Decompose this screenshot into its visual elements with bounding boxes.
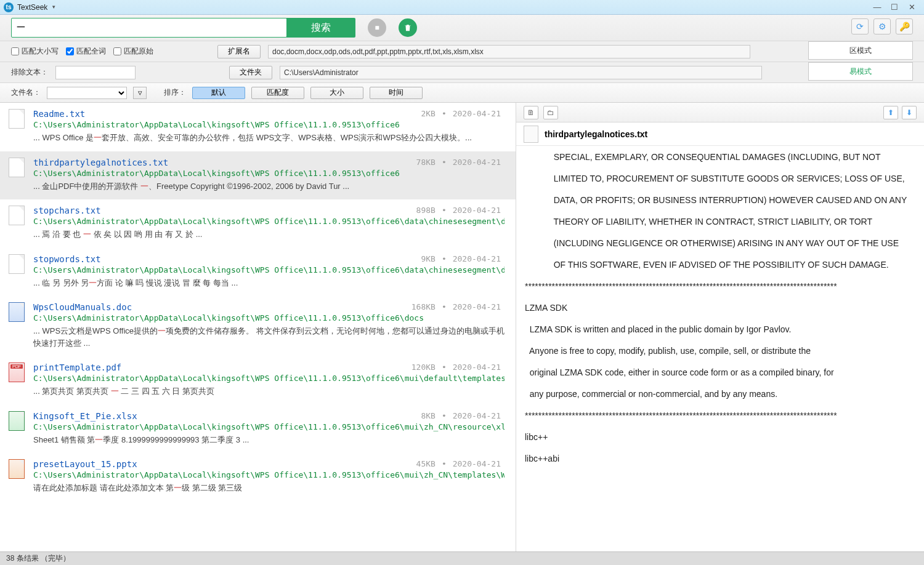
result-size: 2KB <box>421 109 435 118</box>
preview-body[interactable]: SPECIAL, EXEMPLARY, OR CONSEQUENTIAL DAM… <box>516 146 924 565</box>
preview-file-title: thirdpartylegalnotices.txt <box>545 129 647 139</box>
result-meta: 9KB•2020-04-21 <box>421 254 501 263</box>
filename-filter-dropdown[interactable] <box>47 87 127 99</box>
result-filepath: C:\Users\Administrator\AppData\Local\kin… <box>33 470 505 479</box>
result-snippet: ... 临 另 另外 另一方面 论 嘛 吗 慢说 漫说 冒 麼 每 每当 ... <box>33 277 505 289</box>
file-type-icon <box>9 158 25 177</box>
refresh-icon: ⟳ <box>856 22 864 31</box>
close-button[interactable]: ✕ <box>903 1 920 14</box>
result-date: 2020-04-21 <box>453 459 501 468</box>
status-text: 38 条结果 （完毕） <box>6 553 70 564</box>
clear-button[interactable] <box>399 18 417 37</box>
result-filepath: C:\Users\Administrator\AppData\Local\kin… <box>33 374 505 383</box>
easy-mode-button[interactable]: 易模式 <box>808 62 913 81</box>
result-item[interactable]: 9KB•2020-04-21stopwords.txtC:\Users\Admi… <box>0 248 516 297</box>
filter-row: 文件名： ▿ 排序： 默认 匹配度 大小 时间 <box>0 83 924 103</box>
result-item[interactable]: 168KB•2020-04-21WpsCloudManuals.docC:\Us… <box>0 296 516 356</box>
result-item[interactable]: 45KB•2020-04-21presetLayout_15.pptxC:\Us… <box>0 453 516 502</box>
preview-paragraph: ****************************************… <box>525 409 915 422</box>
document-icon: 🗎 <box>527 108 535 117</box>
preview-paragraph: any purpose, commercial or non-commercia… <box>525 388 915 401</box>
settings-button[interactable]: ⚙ <box>873 18 891 34</box>
result-size: 78KB <box>416 158 436 167</box>
exclude-input[interactable] <box>55 66 136 79</box>
exclude-label: 排除文本： <box>11 67 48 78</box>
preview-doc-view-button[interactable]: 🗎 <box>524 106 538 119</box>
preview-paragraph: LIMITED TO, PROCUREMENT OF SUBSTITUTE GO… <box>525 172 915 185</box>
result-filepath: C:\Users\Administrator\AppData\Local\kin… <box>33 169 505 178</box>
result-date: 2020-04-21 <box>453 206 501 215</box>
preview-paragraph: LZMA SDK <box>525 302 915 315</box>
chevron-down-icon[interactable]: ▼ <box>51 4 56 10</box>
maximize-button[interactable]: ☐ <box>886 1 903 14</box>
preview-paragraph: SPECIAL, EXEMPLARY, OR CONSEQUENTIAL DAM… <box>525 151 915 164</box>
refresh-button[interactable]: ⟳ <box>851 18 869 34</box>
result-size: 9KB <box>421 254 435 263</box>
result-snippet: Sheet1 销售额 第一季度 8.1999999999999993 第二季度 … <box>33 434 505 446</box>
minimize-button[interactable]: — <box>869 1 886 14</box>
file-type-icon <box>9 302 25 322</box>
preview-paragraph: THEORY OF LIABILITY, WHETHER IN CONTRACT… <box>525 215 915 228</box>
extensions-field[interactable]: doc,docm,docx,odp,ods,odt,pdf,ppt,pptm,p… <box>268 45 750 58</box>
preview-paragraph: OF THIS SOFTWARE, EVEN IF ADVISED OF THE… <box>525 258 915 271</box>
match-case-label: 匹配大小写 <box>22 46 59 57</box>
preview-toolbar: 🗎 🗀 ⬆ ⬇ <box>516 103 924 122</box>
folder-field[interactable]: C:\Users\Administrator <box>280 66 762 79</box>
result-size: 898B <box>416 206 436 215</box>
results-pane[interactable]: 2KB•2020-04-21Readme.txtC:\Users\Adminis… <box>0 103 516 565</box>
filter-funnel-button[interactable]: ▿ <box>133 87 147 99</box>
result-size: 120KB <box>411 363 436 372</box>
result-date: 2020-04-21 <box>453 411 501 420</box>
prev-match-button[interactable]: ⬆ <box>883 106 898 119</box>
match-original-label: 匹配原始 <box>124 46 153 57</box>
file-type-icon <box>9 254 25 274</box>
zone-mode-button[interactable]: 区模式 <box>808 41 913 60</box>
result-snippet: ... WPS Office 是一套开放、高效、安全可靠的办公软件，包括 WPS… <box>33 132 505 144</box>
gear-icon: ⚙ <box>878 22 886 31</box>
search-input[interactable] <box>11 18 287 38</box>
sort-time-button[interactable]: 时间 <box>370 87 423 99</box>
result-date: 2020-04-21 <box>453 254 501 263</box>
result-item[interactable]: 2KB•2020-04-21Readme.txtC:\Users\Adminis… <box>0 103 516 151</box>
file-type-icon <box>9 459 25 479</box>
trash-icon <box>403 23 412 32</box>
funnel-icon: ▿ <box>138 88 142 97</box>
result-size: 168KB <box>411 302 436 311</box>
result-item[interactable]: 898B•2020-04-21stopchars.txtC:\Users\Adm… <box>0 199 516 248</box>
result-meta: 78KB•2020-04-21 <box>416 158 501 167</box>
result-snippet: ... 焉 沿 要 也 一 依 矣 以 因 哟 用 由 有 又 於 ... <box>33 228 505 241</box>
preview-folder-view-button[interactable]: 🗀 <box>543 106 558 119</box>
preview-paragraph: Anyone is free to copy, modify, publish,… <box>525 345 915 358</box>
options-row: 匹配大小写 匹配全词 匹配原始 扩展名 doc,docm,docx,odp,od… <box>0 41 924 62</box>
result-meta: 168KB•2020-04-21 <box>411 302 501 311</box>
app-title: TextSeek <box>17 3 47 12</box>
result-snippet: 请在此处添加标题 请在此处添加文本 第一级 第二级 第三级 <box>33 482 505 494</box>
whole-word-checkbox[interactable]: 匹配全词 <box>66 46 106 57</box>
preview-paragraph: DATA, OR PROFITS; OR BUSINESS INTERRUPTI… <box>525 194 915 207</box>
sort-default-button[interactable]: 默认 <box>192 87 245 99</box>
match-case-checkbox[interactable]: 匹配大小写 <box>11 46 59 57</box>
stop-button[interactable]: ■ <box>368 18 386 37</box>
sort-label: 排序： <box>164 87 186 98</box>
sort-relevance-button[interactable]: 匹配度 <box>251 87 304 99</box>
result-date: 2020-04-21 <box>453 109 501 118</box>
preview-paragraph: libc++abi <box>525 452 915 465</box>
sort-size-button[interactable]: 大小 <box>310 87 363 99</box>
result-item[interactable]: 8KB•2020-04-21Kingsoft_Et_Pie.xlsxC:\Use… <box>0 405 516 454</box>
key-button[interactable]: 🔑 <box>896 18 913 34</box>
file-type-icon <box>9 411 25 431</box>
preview-paragraph: original LZMA SDK code, either in source… <box>525 366 915 379</box>
search-button[interactable]: 搜索 <box>286 18 355 38</box>
result-item[interactable]: 78KB•2020-04-21thirdpartylegalnotices.tx… <box>0 151 516 200</box>
result-filepath: C:\Users\Administrator\AppData\Local\kin… <box>33 422 505 431</box>
next-match-button[interactable]: ⬇ <box>902 106 917 119</box>
result-filepath: C:\Users\Administrator\AppData\Local\kin… <box>33 120 505 129</box>
result-meta: 45KB•2020-04-21 <box>416 459 501 468</box>
extensions-button[interactable]: 扩展名 <box>217 45 261 58</box>
result-item[interactable]: PDF120KB•2020-04-21printTemplate.pdfC:\U… <box>0 356 516 405</box>
match-original-checkbox[interactable]: 匹配原始 <box>113 46 153 57</box>
preview-paragraph: ****************************************… <box>525 280 915 293</box>
key-icon: 🔑 <box>899 22 910 31</box>
folder-button[interactable]: 文件夹 <box>229 66 272 79</box>
preview-paragraph: LZMA SDK is written and placed in the pu… <box>525 323 915 336</box>
